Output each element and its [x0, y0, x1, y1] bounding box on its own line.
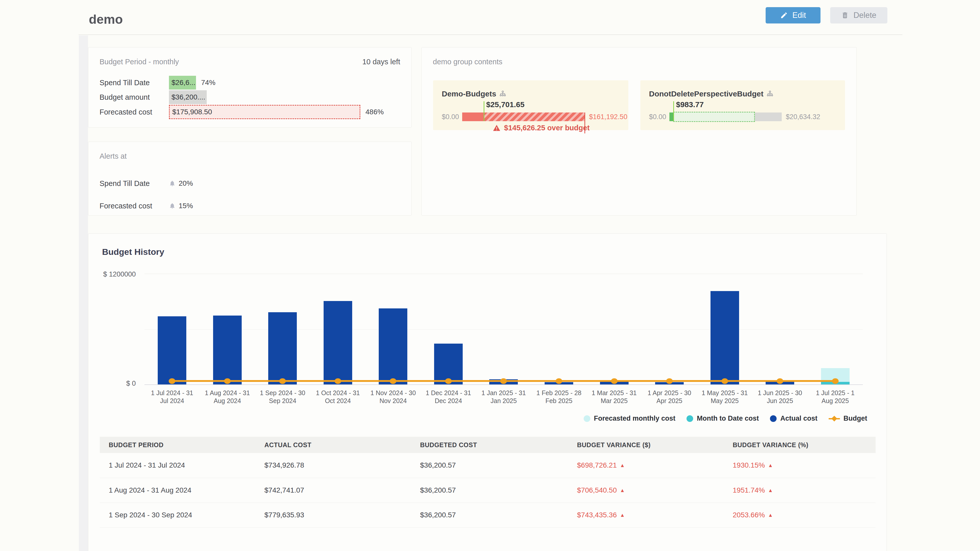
- chart-xlabels: 1 Jul 2024 - 31 Jul 20241 Aug 2024 - 31 …: [145, 389, 863, 405]
- alert-row-forecast: Forecasted cost 15%: [88, 195, 411, 217]
- actual-cost-bar: [379, 308, 407, 384]
- over-budget-callout: $145,626.25 over budget: [493, 124, 590, 132]
- x-tick-label: 1 Jul 2024 - 31 Jul 2024: [145, 389, 200, 405]
- col-header-actual-cost: ACTUAL COST: [256, 437, 411, 453]
- budgeted-cost-cell: $36,200.57: [411, 503, 568, 527]
- over-budget-arrow-icon: ▲: [620, 512, 625, 518]
- budget-line-point: [666, 378, 673, 384]
- legend-item-forecasted-monthly-cost: Forecasted monthly cost: [584, 414, 676, 422]
- budget-line-point: [832, 378, 838, 384]
- spent-segment: [462, 113, 484, 121]
- chart-slot: [366, 274, 421, 384]
- chart-slot: [808, 274, 863, 384]
- variance-usd-cell: $706,540.50▲: [568, 478, 724, 503]
- budget-line-point: [334, 378, 341, 384]
- actual-cost-bar: [213, 316, 242, 384]
- alert-spend-value: 20%: [179, 179, 193, 187]
- alert-forecast-value: 15%: [179, 202, 193, 210]
- budget-line-point: [776, 378, 783, 384]
- budget-line-point: [555, 378, 562, 384]
- remaining-segment: [755, 113, 782, 121]
- toolbar: Edit Delete: [765, 7, 887, 24]
- bar-max-label: $20,634.32: [786, 113, 820, 121]
- col-header-variance-usd: BUDGET VARIANCE ($): [568, 437, 724, 453]
- y-axis-tick-zero: $ 0: [80, 380, 136, 387]
- x-tick-label: 1 Dec 2024 - 31 Dec 2024: [421, 389, 476, 405]
- forecasted-cost-bar: $175,908.50: [169, 105, 360, 119]
- table-row: 1 Jul 2024 - 31 Jul 2024$734,926.78$36,2…: [100, 453, 876, 478]
- x-tick-label: 1 Aug 2024 - 31 Aug 2024: [200, 389, 255, 405]
- forecasted-cost-percent: 486%: [366, 108, 384, 116]
- over-budget-arrow-icon: ▲: [768, 512, 773, 518]
- donotdelete-progress-bar: $983.77: [670, 113, 782, 121]
- budget-detail-page: demo Edit Delete Budget Period - monthl: [0, 0, 980, 551]
- x-tick-label: 1 Jan 2025 - 31 Jan 2025: [476, 389, 531, 405]
- bar-max-label: $161,192.50: [589, 113, 627, 121]
- budgeted-cost-cell: $36,200.57: [411, 478, 568, 503]
- delete-button-label: Delete: [853, 11, 877, 20]
- table-body: 1 Jul 2024 - 31 Jul 2024$734,926.78$36,2…: [100, 453, 876, 527]
- x-tick-label: 1 Feb 2025 - 28 Feb 2025: [531, 389, 587, 405]
- legend-label: Budget: [843, 414, 867, 422]
- forecast-segment: [673, 112, 755, 122]
- col-header-variance-pct: BUDGET VARIANCE (%): [724, 437, 876, 453]
- spend-till-date-label: Spend Till Date: [100, 79, 169, 87]
- chart-slot: [476, 274, 531, 384]
- group-contents-title: demo group contents: [433, 58, 502, 66]
- summary-cards-row: Budget Period - monthly 10 days left Spe…: [88, 47, 857, 216]
- variance-usd-cell: $743,435.36▲: [568, 503, 724, 527]
- legend-circle-swatch: [584, 415, 590, 422]
- chart-slot: [697, 274, 752, 384]
- spend-till-date-bar: $26,6...: [169, 76, 196, 89]
- delete-button[interactable]: Delete: [830, 7, 887, 24]
- budget-line-point: [390, 378, 396, 384]
- x-tick-label: 1 Apr 2025 - 30 Apr 2025: [642, 389, 697, 405]
- x-tick-label: 1 Jul 2025 - 1 Aug 2025: [808, 389, 863, 405]
- bar-min-label: $0.00: [442, 113, 462, 121]
- legend-circle-swatch: [687, 415, 693, 422]
- edit-button[interactable]: Edit: [765, 7, 821, 24]
- chart-slot: [642, 274, 697, 384]
- group-budget-item-demo-budgets[interactable]: Demo-Budgets $0.00 $25,701.65: [433, 80, 628, 130]
- budget-marker: [673, 101, 674, 121]
- budget-item-name: DonotDeletePerspectiveBudget: [649, 89, 763, 98]
- actual-cost-bar: [268, 312, 297, 384]
- budget-line-point: [611, 378, 617, 384]
- spent-segment: [670, 113, 673, 121]
- chart-slot: [255, 274, 310, 384]
- variance-usd-cell: $698,726.21▲: [568, 453, 724, 478]
- page-header: demo Edit Delete: [79, 0, 902, 35]
- forecasted-cost-row: Forecasted cost $175,908.50 486%: [88, 105, 411, 119]
- chart-plot: [145, 274, 863, 384]
- actual-cost-bar: [324, 301, 352, 384]
- budget-history-table: BUDGET PERIOD ACTUAL COST BUDGETED COST …: [100, 437, 876, 527]
- bell-icon: [169, 203, 176, 209]
- spend-till-date-row: Spend Till Date $26,6... 74%: [88, 76, 411, 89]
- pencil-icon: [780, 11, 788, 19]
- col-header-budget-period: BUDGET PERIOD: [100, 437, 256, 453]
- budget-line-point: [224, 378, 231, 384]
- table-row: 1 Sep 2024 - 30 Sep 2024$779,635.93$36,2…: [100, 503, 876, 527]
- over-budget-arrow-icon: ▲: [768, 462, 773, 468]
- chart-slot: [310, 274, 366, 384]
- alerts-card-title: Alerts at: [100, 152, 127, 160]
- budget-line-point: [279, 378, 286, 384]
- budgeted-cost-cell: $36,200.57: [411, 453, 568, 478]
- legend-budget-line-swatch: [829, 415, 840, 422]
- actual-cost-cell: $779,635.93: [256, 503, 411, 527]
- forecasted-cost-label: Forecasted cost: [100, 108, 169, 116]
- actual-cost-bar: [711, 291, 739, 384]
- actual-cost-cell: $742,741.07: [256, 478, 411, 503]
- chart-slot: [752, 274, 808, 384]
- edit-button-label: Edit: [792, 11, 806, 20]
- alert-spend-label: Spend Till Date: [100, 179, 169, 188]
- budget-period-card: Budget Period - monthly 10 days left Spe…: [88, 47, 412, 127]
- budget-history-panel: Budget History $ 1200000 $ 0 1 Jul 2024 …: [88, 233, 887, 551]
- over-budget-arrow-icon: ▲: [768, 487, 773, 493]
- budget-amount-bar: $36,200....: [169, 90, 207, 104]
- chart-slot: [421, 274, 476, 384]
- legend-label: Actual cost: [780, 414, 818, 422]
- group-budget-item-donotdelete[interactable]: DonotDeletePerspectiveBudget $0.00 $98: [640, 80, 845, 130]
- chart-slot: [145, 274, 200, 384]
- table-row: 1 Aug 2024 - 31 Aug 2024$742,741.07$36,2…: [100, 478, 876, 503]
